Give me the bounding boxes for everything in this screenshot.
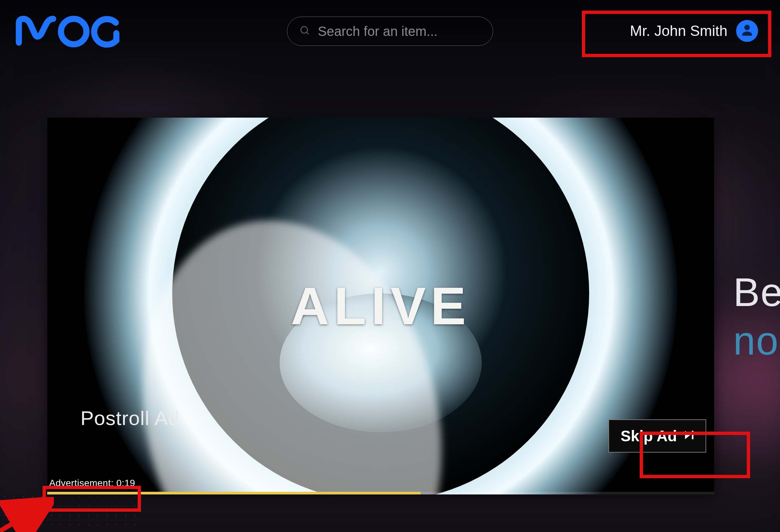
- user-name-label: Mr. John Smith: [630, 22, 727, 39]
- skip-ad-button[interactable]: Skip Ad: [608, 419, 706, 453]
- skip-forward-icon: [683, 427, 695, 445]
- ad-progress-fill: [47, 492, 421, 494]
- svg-point-1: [301, 26, 307, 33]
- svg-point-0: [61, 19, 87, 45]
- search-icon: [299, 25, 310, 38]
- ad-frame: ALIVE Postroll Ad Skip Ad Advertisement:…: [47, 118, 714, 494]
- search-box[interactable]: [287, 17, 493, 46]
- brand-logo[interactable]: [13, 15, 130, 48]
- ad-subtitle: Postroll Ad: [81, 407, 180, 430]
- svg-line-2: [306, 32, 308, 34]
- dots-decoration: [0, 492, 140, 532]
- video-player[interactable]: ALIVE Postroll Ad Skip Ad Advertisement:…: [47, 118, 714, 494]
- skip-ad-label: Skip Ad: [621, 427, 677, 445]
- search-input[interactable]: [318, 24, 486, 39]
- ad-title: ALIVE: [291, 275, 471, 337]
- user-menu[interactable]: Mr. John Smith: [620, 15, 767, 47]
- ad-status: Advertisement: 0:19: [49, 478, 135, 488]
- person-icon: [740, 23, 754, 39]
- app-header: Mr. John Smith: [0, 0, 780, 63]
- avatar: [736, 20, 758, 42]
